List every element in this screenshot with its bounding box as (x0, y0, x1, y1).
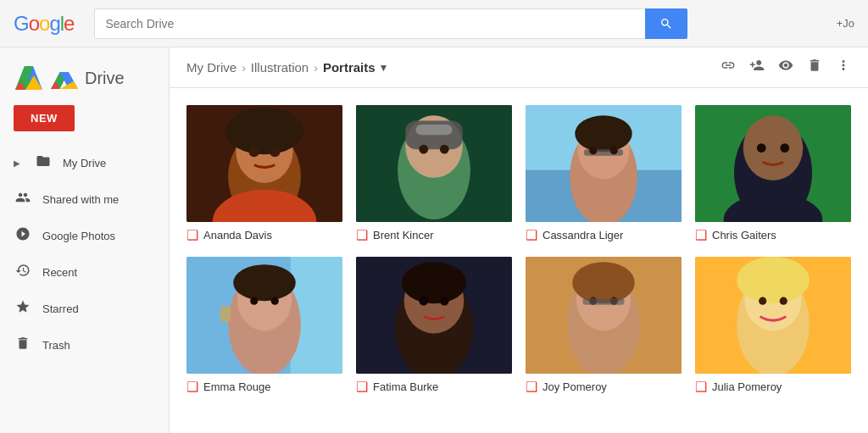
breadcrumb-sep-2: › (314, 61, 318, 75)
grid-label-1: ❑ Ananda Davis (186, 227, 342, 243)
svg-point-32 (589, 147, 597, 154)
svg-rect-62 (582, 298, 624, 305)
grid-item-name-2: Brent Kincer (373, 229, 434, 241)
grid-item-8[interactable]: ❑ Julia Pomeroy (695, 257, 851, 395)
breadcrumb-dropdown-icon[interactable]: ▼ (379, 62, 389, 74)
breadcrumb-sep-1: › (242, 61, 246, 75)
svg-point-39 (757, 143, 766, 153)
grid-item-name-5: Emma Rouge (203, 380, 270, 393)
recent-icon (14, 263, 32, 282)
portrait-thumb-4 (695, 105, 851, 222)
svg-point-69 (780, 297, 787, 305)
svg-point-67 (737, 257, 810, 303)
svg-point-45 (233, 264, 296, 301)
drive-icon-svg (51, 66, 78, 90)
portrait-grid: ❑ Ananda Davis (170, 88, 868, 412)
sidebar-item-shared[interactable]: Shared with me (0, 181, 162, 218)
sidebar-item-starred[interactable]: Starred (0, 291, 162, 327)
portrait-thumb-5 (186, 257, 342, 374)
grid-item-2[interactable]: ❑ Brent Kincer (356, 105, 512, 243)
my-drive-icon (34, 153, 53, 173)
svg-point-15 (249, 147, 259, 157)
main-layout: Drive NEW ▶ My Drive Shared with me Goog… (0, 47, 868, 433)
svg-point-52 (402, 262, 467, 303)
portrait-thumb-8 (695, 257, 851, 374)
breadcrumb-portraits-label: Portraits (323, 60, 376, 75)
sidebar-item-photos[interactable]: Google Photos (0, 218, 162, 254)
search-icon (659, 17, 673, 31)
sidebar-item-recent[interactable]: Recent (0, 254, 162, 291)
grid-label-5: ❑ Emma Rouge (186, 379, 342, 395)
grid-label-8: ❑ Julia Pomeroy (695, 379, 851, 395)
grid-item-3[interactable]: ❑ Cassandra Liger (526, 105, 682, 243)
svg-point-40 (780, 143, 789, 153)
breadcrumb-my-drive[interactable]: My Drive (186, 60, 236, 75)
svg-point-16 (270, 147, 280, 157)
grid-item-name-3: Cassandra Liger (542, 229, 623, 241)
grid-item-name-1: Ananda Davis (203, 229, 272, 241)
search-input[interactable] (94, 8, 645, 39)
svg-point-14 (225, 108, 303, 154)
starred-icon (14, 299, 32, 319)
link-icon[interactable] (721, 58, 736, 77)
grid-item-name-4: Chris Gaiters (712, 229, 776, 241)
file-icon-7: ❑ (526, 379, 537, 395)
trash-icon (14, 336, 32, 355)
recent-label: Recent (42, 266, 77, 279)
svg-point-68 (759, 297, 766, 305)
svg-rect-25 (416, 125, 453, 135)
grid-item-4[interactable]: ❑ Chris Gaiters (695, 105, 851, 243)
svg-point-23 (419, 145, 428, 154)
more-options-icon[interactable] (836, 58, 851, 77)
svg-point-59 (572, 262, 635, 303)
portrait-thumb-2 (356, 105, 512, 222)
search-bar (94, 8, 687, 39)
svg-point-53 (419, 297, 428, 306)
file-icon-3: ❑ (526, 227, 537, 243)
svg-point-24 (440, 145, 449, 154)
add-person-icon[interactable] (749, 58, 765, 77)
svg-point-33 (610, 147, 618, 154)
toolbar-icons (721, 58, 851, 77)
sidebar-logo: Drive (0, 58, 169, 105)
shared-label: Shared with me (42, 193, 119, 206)
drive-label: Drive (85, 69, 125, 88)
grid-item-name-8: Julia Pomeroy (712, 380, 782, 393)
user-label[interactable]: +Jo (837, 17, 854, 30)
svg-point-37 (743, 115, 804, 180)
drive-logo-icon (14, 64, 44, 92)
grid-item-1[interactable]: ❑ Ananda Davis (186, 105, 342, 243)
search-button[interactable] (645, 8, 687, 39)
trash-label: Trash (42, 339, 70, 352)
file-icon-8: ❑ (695, 379, 707, 395)
photos-icon (14, 226, 32, 246)
breadcrumb-bar: My Drive › Illustration › Portraits ▼ (170, 47, 868, 88)
sidebar-item-trash[interactable]: Trash (0, 327, 162, 364)
grid-label-3: ❑ Cassandra Liger (526, 227, 682, 243)
svg-point-47 (271, 297, 279, 305)
grid-label-2: ❑ Brent Kincer (356, 227, 512, 243)
portrait-thumb-3 (526, 105, 682, 222)
preview-icon[interactable] (778, 58, 793, 77)
breadcrumb-current[interactable]: Portraits ▼ (323, 60, 389, 75)
grid-label-7: ❑ Joy Pomeroy (526, 379, 682, 395)
top-bar: Google +Jo (0, 0, 868, 47)
portrait-thumb-1 (186, 105, 342, 222)
my-drive-arrow: ▶ (14, 158, 20, 168)
photos-label: Google Photos (42, 230, 115, 242)
portrait-thumb-7 (526, 257, 682, 374)
breadcrumb-illustration[interactable]: Illustration (251, 60, 309, 75)
grid-label-4: ❑ Chris Gaiters (695, 227, 851, 243)
grid-item-7[interactable]: ❑ Joy Pomeroy (526, 257, 682, 395)
starred-label: Starred (42, 303, 79, 315)
sidebar-item-my-drive[interactable]: ▶ My Drive (0, 145, 162, 181)
delete-icon[interactable] (807, 58, 822, 77)
file-icon-1: ❑ (186, 227, 198, 243)
grid-item-6[interactable]: ❑ Fatima Burke (356, 257, 512, 395)
grid-item-name-7: Joy Pomeroy (542, 380, 607, 393)
svg-point-30 (575, 115, 632, 152)
grid-item-5[interactable]: ❑ Emma Rouge (186, 257, 342, 395)
grid-item-name-6: Fatima Burke (373, 380, 438, 393)
new-button[interactable]: NEW (14, 105, 75, 131)
svg-rect-48 (220, 306, 231, 321)
